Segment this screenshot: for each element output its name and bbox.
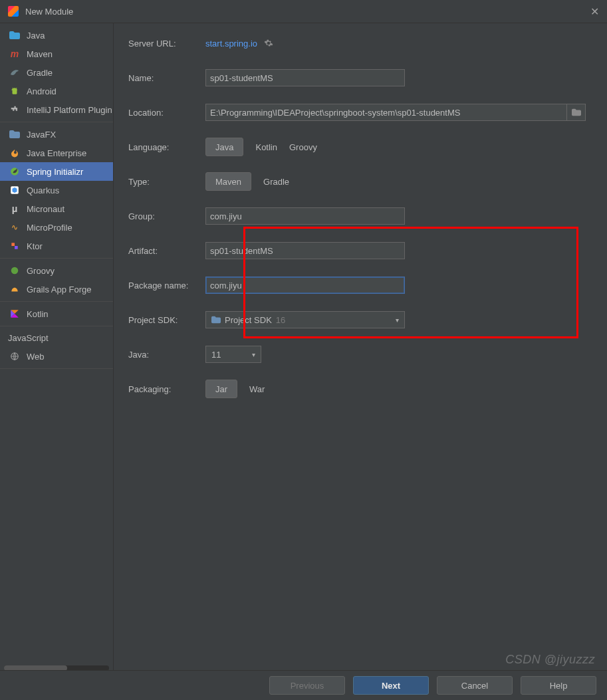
letter-mu-icon: μ <box>9 203 20 214</box>
sidebar-item-android[interactable]: Android <box>0 82 113 100</box>
folder-icon <box>9 129 20 140</box>
name-label: Name: <box>128 73 205 83</box>
flame-icon <box>9 148 20 158</box>
location-label: Location: <box>128 108 205 118</box>
sidebar-item-label: Gradle <box>27 68 53 78</box>
sidebar-item-intellij-platform-plugin[interactable]: IntelliJ Platform Plugin <box>0 100 113 119</box>
java-select[interactable]: 11 ▾ <box>205 346 261 363</box>
java-label: Java: <box>128 350 205 360</box>
gradle-icon <box>9 67 20 78</box>
sidebar-item-label: Android <box>27 86 57 96</box>
globe-icon <box>9 351 20 362</box>
server-url-link[interactable]: start.spring.io <box>205 39 257 49</box>
sidebar-item-label: Ktor <box>27 241 43 251</box>
sidebar-item-label: Java <box>27 31 45 41</box>
sidebar-item-label: MicroProfile <box>27 223 72 233</box>
package-label: Package name: <box>128 281 205 291</box>
folder-java-icon <box>9 30 20 41</box>
packaging-label: Packaging: <box>128 384 205 394</box>
sidebar-item-java-enterprise[interactable]: Java Enterprise <box>0 144 113 162</box>
plugin-icon <box>9 104 20 115</box>
groovy-icon <box>9 265 20 276</box>
packaging-option-jar[interactable]: Jar <box>205 380 237 398</box>
type-option-maven[interactable]: Maven <box>205 172 251 191</box>
sidebar-item-label: Groovy <box>27 266 55 276</box>
name-input[interactable] <box>205 69 405 86</box>
kotlin-icon <box>9 308 20 319</box>
sidebar-item-label: Spring Initializr <box>27 167 83 177</box>
sidebar-item-grails-app-forge[interactable]: Grails App Forge <box>0 280 113 298</box>
previous-button[interactable]: Previous <box>269 676 345 695</box>
dialog-footer: Previous Next Cancel Help <box>0 670 607 700</box>
sidebar-item-ktor[interactable]: Ktor <box>0 237 113 255</box>
language-label: Language: <box>128 142 205 152</box>
titlebar: New Module ✕ <box>0 0 607 23</box>
sidebar-item-java[interactable]: Java <box>0 26 113 45</box>
grails-icon <box>9 284 20 294</box>
help-button[interactable]: Help <box>521 676 596 695</box>
sidebar-item-javafx[interactable]: JavaFX <box>0 125 113 144</box>
close-icon[interactable]: ✕ <box>590 5 599 18</box>
sidebar-item-label: Quarkus <box>27 185 59 195</box>
sidebar-heading: JavaScript <box>0 329 113 347</box>
quarkus-icon <box>9 185 20 195</box>
browse-icon[interactable] <box>567 104 586 121</box>
artifact-input[interactable] <box>205 242 405 259</box>
location-input[interactable] <box>205 104 567 121</box>
sidebar-item-gradle[interactable]: Gradle <box>0 63 113 82</box>
sidebar: JavamMavenGradleAndroidIntelliJ Platform… <box>0 23 114 673</box>
window-title: New Module <box>25 7 590 17</box>
package-input[interactable] <box>205 277 405 294</box>
intellij-icon <box>8 6 19 17</box>
type-label: Type: <box>128 177 205 187</box>
sidebar-item-label: IntelliJ Platform Plugin <box>27 105 112 115</box>
cancel-button[interactable]: Cancel <box>437 676 513 695</box>
language-option-groovy[interactable]: Groovy <box>289 142 317 152</box>
sidebar-item-microprofile[interactable]: ∿MicroProfile <box>0 218 113 237</box>
sidebar-item-label: JavaFX <box>27 130 56 140</box>
language-option-java[interactable]: Java <box>205 138 243 156</box>
sidebar-item-label: Kotlin <box>27 309 49 319</box>
type-option-gradle[interactable]: Gradle <box>263 177 289 187</box>
sidebar-item-web[interactable]: Web <box>0 347 113 366</box>
sidebar-item-label: Web <box>27 352 45 362</box>
server-url-label: Server URL: <box>128 39 205 49</box>
sidebar-item-maven[interactable]: mMaven <box>0 45 113 63</box>
sidebar-item-quarkus[interactable]: Quarkus <box>0 181 113 199</box>
group-input[interactable] <box>205 207 405 225</box>
artifact-label: Artifact: <box>128 246 205 256</box>
sidebar-item-label: Grails App Forge <box>27 285 92 294</box>
sidebar-item-kotlin[interactable]: Kotlin <box>0 304 113 323</box>
sidebar-item-label: Java Enterprise <box>27 148 86 158</box>
sidebar-item-groovy[interactable]: Groovy <box>0 261 113 280</box>
sdk-select[interactable]: Project SDK 16 ▾ <box>205 311 405 328</box>
sidebar-item-spring-initializr[interactable]: Spring Initializr <box>0 162 113 181</box>
ktor-icon <box>9 241 20 251</box>
spring-icon <box>9 166 20 177</box>
next-button[interactable]: Next <box>353 676 429 695</box>
letter-m-icon: m <box>9 49 20 59</box>
packaging-option-war[interactable]: War <box>249 384 265 394</box>
sidebar-item-label: Maven <box>27 49 53 59</box>
gear-icon[interactable] <box>264 39 273 48</box>
sidebar-item-micronaut[interactable]: μMicronaut <box>0 199 113 218</box>
chevron-down-icon: ▾ <box>252 351 255 358</box>
group-label: Group: <box>128 211 205 221</box>
sdk-label: Project SDK: <box>128 315 205 325</box>
android-icon <box>9 86 20 96</box>
sidebar-item-label: Micronaut <box>27 204 64 214</box>
form-panel: Server URL: start.spring.io Name: Locati… <box>114 23 607 673</box>
svg-point-2 <box>11 267 19 275</box>
microprofile-icon: ∿ <box>9 222 20 233</box>
language-option-kotlin[interactable]: Kotlin <box>255 142 277 152</box>
chevron-down-icon: ▾ <box>396 316 399 324</box>
